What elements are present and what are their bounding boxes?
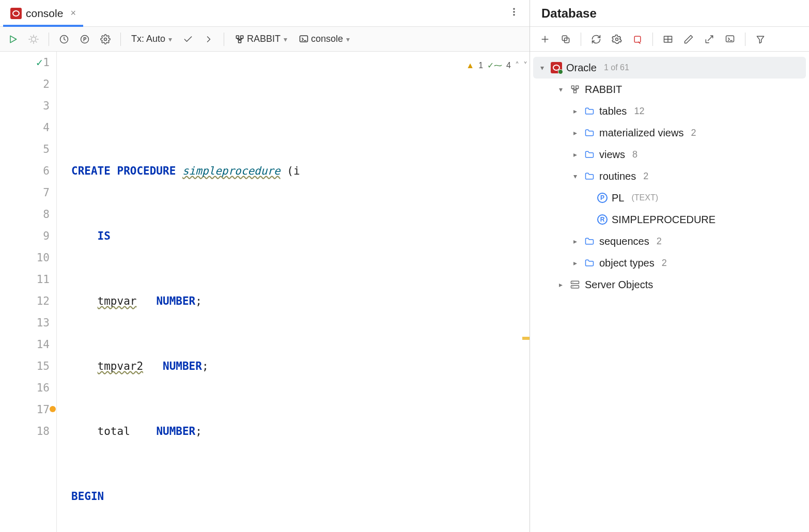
tree-label: object types [599,257,655,269]
refresh-button[interactable] [588,32,604,47]
more-vertical-icon [509,7,519,17]
tree-count: 2 [657,236,662,247]
settings-button[interactable] [98,32,113,47]
console-label: console [311,34,343,44]
tree-node-tables[interactable]: ▸ tables 12 [533,100,806,122]
typo-icon: ✓⁓ [487,55,502,76]
warning-stripe[interactable] [522,337,530,340]
line-number: 6 [43,165,50,177]
console-selector[interactable]: console▾ [295,34,353,44]
chevron-down-icon[interactable]: ▾ [537,64,547,72]
chevron-up-icon[interactable]: ˄ [515,55,519,76]
copy-icon [561,34,571,44]
tab-more-button[interactable] [502,3,526,24]
schema-icon [235,34,245,44]
table-icon [663,34,673,44]
tx-mode-selector[interactable]: Tx: Auto▾ [128,34,175,44]
chevron-down-icon: ▾ [346,35,350,43]
chevron-right-icon[interactable]: ▸ [570,150,580,159]
jump-to-console-button[interactable] [702,32,717,47]
tree-node-schema[interactable]: ▾ RABBIT [533,79,806,100]
folder-icon [584,236,595,247]
commit-button[interactable] [180,32,196,47]
tree-node-sequences[interactable]: ▸ sequences 2 [533,230,806,252]
svg-rect-29 [571,281,579,284]
svg-point-17 [616,38,618,40]
tab-bar: console × [0,0,530,27]
duplicate-button[interactable] [558,32,573,47]
tree-node-routines[interactable]: ▾ routines 2 [533,165,806,187]
bug-icon [28,34,39,44]
typo-count: 4 [506,55,511,76]
tree-label: tables [599,105,627,117]
tree-node-server-objects[interactable]: ▸ Server Objects [533,274,806,295]
datasource-properties-button[interactable] [609,32,625,47]
tree-label: views [599,149,625,161]
tree-node-datasource[interactable]: ▾ Oracle 1 of 61 [533,57,806,79]
line-number: 8 [43,208,50,221]
procedure-button[interactable] [77,32,92,47]
disconnect-button[interactable] [630,32,645,47]
svg-point-4 [32,37,36,41]
tree-label: routines [599,170,636,182]
tree-node-routine-pl[interactable]: P PL (TEXT) [533,187,806,209]
table-view-button[interactable] [660,32,676,47]
filter-button[interactable] [753,32,768,47]
chevron-right-icon[interactable]: ▸ [570,259,580,267]
server-icon [569,279,581,290]
tx-mode-label: Tx: Auto [131,34,165,44]
tree-badge: 1 of 61 [604,63,629,72]
tree-count: 8 [632,149,637,160]
run-button[interactable] [5,32,21,47]
terminal-icon [725,34,735,44]
svg-rect-26 [571,86,574,88]
history-icon [59,34,69,44]
edit-button[interactable] [681,32,696,47]
gutter: 1 2 3 4 5 6 7 8 9 10 11 12 13 14 15 16 1… [0,52,57,532]
chevron-down-icon[interactable]: ▾ [556,85,565,93]
inspection-widget[interactable]: ▲1 ✓⁓4 ˄ ˅ [466,55,527,76]
schema-selector[interactable]: RABBIT▾ [231,34,290,44]
svg-marker-3 [10,36,17,42]
tree-node-matviews[interactable]: ▸ materialized views 2 [533,122,806,144]
database-pane: Database ▾ Oracle 1 of 61 ▾ RABBIT [530,0,809,532]
line-number: 4 [43,121,50,134]
svg-rect-18 [634,36,641,42]
svg-rect-11 [300,36,308,42]
debug-button[interactable] [26,32,41,47]
tree-count: 12 [634,106,644,117]
gear-icon [100,34,111,44]
open-console-button[interactable] [722,32,738,47]
tab-console[interactable]: console × [3,0,83,26]
chevron-down-icon: ▾ [284,35,287,43]
chevron-right-icon[interactable]: ▸ [570,129,580,137]
chevron-down-icon[interactable]: ▾ [570,172,580,180]
tree-node-objecttypes[interactable]: ▸ object types 2 [533,252,806,274]
chevron-down-icon[interactable]: ˅ [523,55,527,76]
check-icon [183,34,193,44]
schema-icon [569,84,581,95]
tree-node-routine-simpleprocedure[interactable]: R SIMPLEPROCEDURE [533,209,806,230]
tree-label: RABBIT [585,84,622,96]
chevron-right-icon[interactable]: ▸ [570,107,580,115]
svg-line-22 [708,36,713,40]
close-icon[interactable]: × [67,8,76,19]
code-body[interactable]: ▲1 ✓⁓4 ˄ ˅ CREATE PROCEDURE simpleproced… [57,52,530,532]
line-number: 7 [43,186,50,199]
database-tree[interactable]: ▾ Oracle 1 of 61 ▾ RABBIT ▸ tables 12 ▸ … [530,52,809,301]
add-datasource-button[interactable] [537,32,553,47]
chevron-down-icon: ▾ [168,35,172,43]
history-button[interactable] [56,32,72,47]
tree-count: 2 [643,171,648,182]
rollback-button[interactable] [201,32,216,47]
tab-title: console [26,7,63,20]
editor-pane: console × Tx: Auto▾ RABBIT▾ console▾ 1 2… [0,0,530,532]
line-number: 12 [37,295,50,307]
play-icon [8,34,18,44]
chevron-right-icon[interactable]: ▸ [570,237,580,245]
warning-icon: ▲ [466,55,474,76]
tree-node-views[interactable]: ▸ views 8 [533,144,806,165]
code-editor[interactable]: 1 2 3 4 5 6 7 8 9 10 11 12 13 14 15 16 1… [0,52,530,532]
editor-toolbar: Tx: Auto▾ RABBIT▾ console▾ [0,27,530,52]
chevron-right-icon[interactable]: ▸ [556,280,565,289]
